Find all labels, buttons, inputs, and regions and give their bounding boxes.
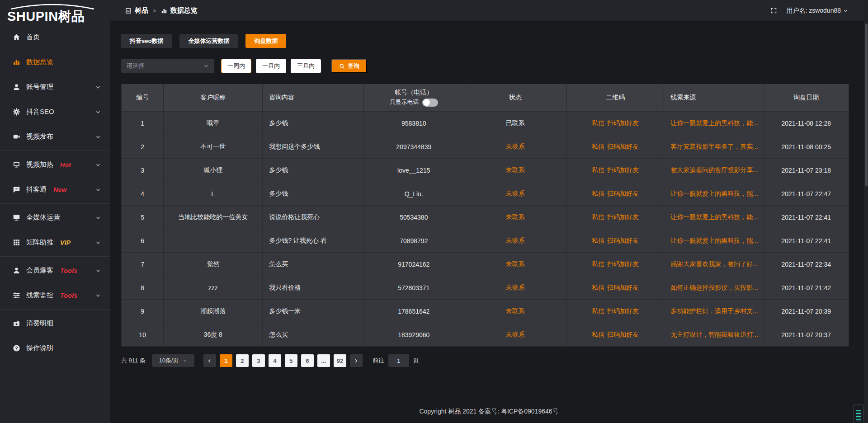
sidebar-item-clue-monitor[interactable]: 线索监控Tools — [0, 283, 110, 308]
cell-index: 10 — [122, 323, 164, 346]
chevron-down-icon — [95, 293, 101, 298]
scan-add-friend-link[interactable]: 扫码加好友 — [607, 237, 639, 245]
table-row: 3狐小狸多少钱love__1215未联系私信扫码加好友被大家追着问的客厅投影分享… — [122, 159, 849, 182]
page-button-2[interactable]: 2 — [236, 354, 249, 367]
sidebar-item-data-overview[interactable]: 数据总览 — [0, 50, 110, 75]
private-message-link[interactable]: 私信 — [592, 260, 604, 268]
private-message-link[interactable]: 私信 — [592, 237, 604, 245]
private-message-link[interactable]: 私信 — [592, 213, 604, 221]
clue-source-link[interactable]: 被大家追着问的客厅投影分享... — [670, 166, 758, 174]
sidebar-item-label: 视频加热 — [26, 160, 53, 169]
clue-source-link[interactable]: 多功能护栏灯，适用于乡村文... — [670, 307, 758, 315]
filter-select[interactable]: 请选择 — [121, 59, 214, 73]
private-message-link[interactable]: 私信 — [592, 284, 604, 292]
copyright-text: Copyright 树品 2021 备案号: 粤ICP备09019646号 — [419, 408, 558, 415]
table-cell-5: 私信扫码加好友 — [567, 112, 665, 135]
page-button-92[interactable]: 92 — [334, 354, 346, 367]
fullscreen-icon[interactable] — [770, 7, 777, 14]
next-page-button[interactable] — [350, 354, 363, 367]
cell-date: 2021-11-08 00:25 — [764, 135, 849, 158]
question-icon — [13, 344, 20, 352]
scan-add-friend-link[interactable]: 扫码加好友 — [607, 284, 639, 292]
status-text: 未联系 — [506, 260, 525, 268]
clue-source-link[interactable]: 让你一眼就爱上的黑科技，能... — [670, 237, 758, 245]
clue-source-link[interactable]: 让你一眼就爱上的黑科技，能... — [670, 119, 758, 127]
video-icon — [13, 133, 20, 141]
filter-bar: 请选择 一周内一月内三月内 查询 — [121, 59, 868, 73]
cell-account: 50534380 — [364, 206, 464, 229]
table-cell-5: 私信扫码加好友 — [567, 135, 665, 158]
sidebar-item-omnimedia-operation[interactable]: 全媒体运营 — [0, 205, 110, 230]
tab-omnimedia-data[interactable]: 全媒体运营数据 — [179, 34, 238, 48]
private-message-link[interactable]: 私信 — [592, 119, 604, 127]
scan-add-friend-link[interactable]: 扫码加好友 — [607, 260, 639, 268]
clue-source-link[interactable]: 让你一眼就爱上的黑科技，能... — [670, 190, 758, 198]
clue-source-link[interactable]: 如何正确选择投影仪，买投影... — [670, 284, 758, 292]
scan-add-friend-link[interactable]: 扫码加好友 — [607, 166, 639, 174]
sidebar-item-matrix-boost[interactable]: 矩阵助推VIP — [0, 230, 110, 255]
page-button-4[interactable]: 4 — [269, 354, 281, 367]
tab-douyin-seo-data[interactable]: 抖音seo数据 — [121, 34, 172, 48]
scrollbar-thumb[interactable] — [865, 24, 868, 186]
scan-add-friend-link[interactable]: 扫码加好友 — [607, 119, 639, 127]
private-message-link[interactable]: 私信 — [592, 331, 604, 339]
search-button[interactable]: 查询 — [331, 59, 367, 73]
scan-add-friend-link[interactable]: 扫码加好友 — [607, 190, 639, 198]
cell-account: Q_Liu. — [364, 182, 464, 205]
inquiry-table: 编号客户昵称咨询内容帐号（电话）只显示电话状态二维码线索来源询盘日期1哦章多少钱… — [121, 84, 849, 347]
tab-inquiry-data[interactable]: 询盘数据 — [245, 34, 286, 48]
phone-toggle-row: 只显示电话 — [390, 99, 438, 107]
filter-select-placeholder: 请选择 — [127, 62, 144, 70]
period-button-0[interactable]: 一周内 — [221, 59, 251, 73]
sidebar-item-operation-guide[interactable]: 操作说明 — [0, 336, 110, 361]
goto-page-input[interactable] — [388, 354, 409, 367]
period-button-1[interactable]: 一月内 — [256, 59, 286, 73]
page-button-1[interactable]: 1 — [220, 354, 232, 367]
scan-add-friend-link[interactable]: 扫码加好友 — [607, 331, 639, 339]
page-button-5[interactable]: 5 — [285, 354, 297, 367]
prev-page-button[interactable] — [203, 354, 216, 367]
cell-date: 2021-11-07 22:47 — [764, 182, 849, 205]
sidebar-item-member-baoke[interactable]: 会员爆客Tools — [0, 258, 110, 283]
table-cell-5: 私信扫码加好友 — [567, 159, 665, 182]
page-ellipsis-button[interactable]: ... — [317, 354, 330, 367]
clue-source-link[interactable]: 让你一眼就爱上的黑科技，能... — [670, 213, 758, 221]
private-message-link[interactable]: 私信 — [592, 307, 604, 315]
private-message-link[interactable]: 私信 — [592, 190, 604, 198]
sidebar-item-consumption-detail[interactable]: 消费明细 — [0, 311, 110, 336]
private-message-link[interactable]: 私信 — [592, 166, 604, 174]
clue-source-link[interactable]: 感谢大家喜欢我家，被问了好... — [670, 260, 758, 268]
phone-toggle-switch[interactable] — [422, 99, 438, 107]
sidebar-item-douyin-seo[interactable]: 抖音SEO — [0, 99, 110, 124]
corner-widget[interactable] — [854, 404, 863, 423]
table-cell-5: 私信扫码加好友 — [567, 253, 665, 276]
page-button-3[interactable]: 3 — [252, 354, 265, 367]
period-button-2[interactable]: 三月内 — [291, 59, 321, 73]
sidebar-item-home[interactable]: 首页 — [0, 25, 110, 50]
page-button-6[interactable]: 6 — [301, 354, 314, 367]
sidebar-item-video-heating[interactable]: 视频加热Hot — [0, 152, 110, 177]
user-menu[interactable]: 用户名: zswodun88 — [786, 7, 848, 15]
sidebar-menu: 首页数据总览账号管理抖音SEO视频发布视频加热Hot抖客通New全媒体运营矩阵助… — [0, 25, 110, 361]
cell-index: 3 — [122, 159, 164, 182]
sidebar-item-label: 操作说明 — [26, 344, 53, 352]
table-cell-6: 无主灯设计，智能磁吸轨道灯... — [664, 323, 764, 346]
breadcrumb-root[interactable]: 树品 — [135, 6, 148, 15]
sidebar-item-video-publish[interactable]: 视频发布 — [0, 124, 110, 149]
logo-text: SHUPIN树品 — [7, 9, 110, 23]
page-size-select[interactable]: 10条/页 — [152, 354, 194, 367]
wallet-icon — [13, 320, 20, 327]
sidebar-item-douketong[interactable]: 抖客通New — [0, 177, 110, 202]
cell-index: 9 — [122, 300, 164, 323]
scan-add-friend-link[interactable]: 扫码加好友 — [607, 143, 639, 151]
private-message-link[interactable]: 私信 — [592, 143, 604, 151]
scan-add-friend-link[interactable]: 扫码加好友 — [607, 307, 639, 315]
scan-add-friend-link[interactable]: 扫码加好友 — [607, 213, 639, 221]
clue-source-link[interactable]: 客厅安装投影半年多了，真实... — [670, 143, 758, 151]
member-icon — [13, 267, 20, 274]
vertical-scrollbar[interactable] — [864, 0, 868, 423]
table-cell-5: 私信扫码加好友 — [567, 300, 665, 323]
table-cell-4: 未联系 — [464, 323, 567, 346]
sidebar-item-account-management[interactable]: 账号管理 — [0, 75, 110, 99]
clue-source-link[interactable]: 无主灯设计，智能磁吸轨道灯... — [670, 331, 758, 339]
